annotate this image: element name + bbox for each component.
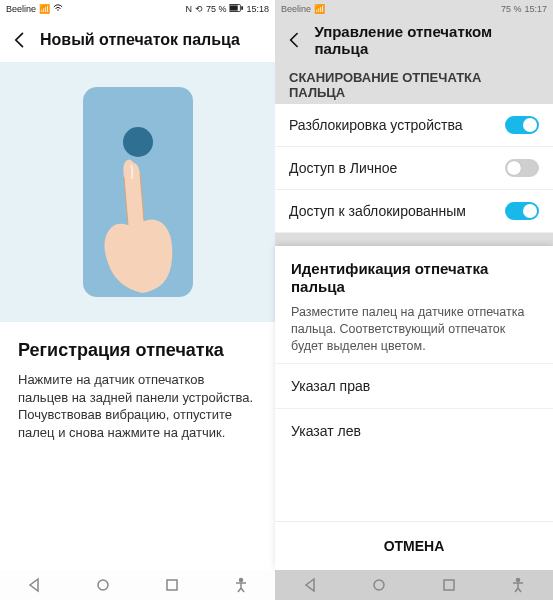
- status-bar: Beeline 📶 N ⟲ 75 % 15:18: [0, 0, 275, 18]
- rotate-icon: ⟲: [195, 5, 203, 14]
- nav-accessibility-icon[interactable]: [233, 577, 249, 593]
- svg-point-5: [239, 579, 242, 582]
- carrier-label: Beeline: [6, 5, 36, 14]
- nav-home-icon[interactable]: [371, 577, 387, 593]
- signal-icon: 📶: [39, 5, 50, 14]
- battery-text: 75 %: [206, 5, 227, 14]
- nav-back-icon[interactable]: [26, 577, 42, 593]
- battery-text: 75 %: [501, 5, 522, 14]
- fingerprint-sensor-icon: [123, 127, 153, 157]
- signal-icon: 📶: [314, 5, 325, 14]
- back-icon[interactable]: [10, 30, 30, 50]
- setting-unlock-device[interactable]: Разблокировка устройства: [275, 104, 553, 147]
- setting-label: Разблокировка устройства: [289, 117, 462, 134]
- nav-back-icon[interactable]: [302, 577, 318, 593]
- illustration: [0, 62, 275, 322]
- svg-point-6: [374, 580, 384, 590]
- setting-private-access[interactable]: Доступ в Личное: [275, 147, 553, 190]
- setting-label: Доступ в Личное: [289, 160, 397, 177]
- nav-bar: [275, 570, 553, 600]
- svg-rect-1: [230, 5, 238, 10]
- status-bar: Beeline 📶 75 % 15:17: [275, 0, 553, 18]
- clock-text: 15:18: [246, 5, 269, 14]
- svg-point-3: [98, 580, 108, 590]
- nfc-icon: N: [185, 5, 192, 14]
- dialog-option-right[interactable]: Указал прав: [275, 363, 553, 408]
- title-bar: Новый отпечаток пальца: [0, 18, 275, 62]
- battery-icon: [229, 4, 243, 14]
- screen-registration: Beeline 📶 N ⟲ 75 % 15:18 Новый отпечаток…: [0, 0, 275, 600]
- page-title: Новый отпечаток пальца: [40, 31, 240, 49]
- screen-management: Beeline 📶 75 % 15:17 Управление отпечатк…: [275, 0, 553, 600]
- svg-rect-2: [242, 6, 244, 10]
- svg-rect-7: [444, 580, 454, 590]
- setting-label: Доступ к заблокированным: [289, 203, 466, 220]
- registration-section: Регистрация отпечатка Нажмите на датчик …: [0, 322, 275, 451]
- dialog-option-left[interactable]: Указат лев: [275, 408, 553, 453]
- carrier-label: Beeline: [281, 5, 311, 14]
- title-bar: Управление отпечатком пальца: [275, 18, 553, 62]
- dialog-body: Разместите палец на датчике отпечатка па…: [291, 304, 537, 355]
- clock-text: 15:17: [524, 5, 547, 14]
- nav-accessibility-icon[interactable]: [510, 577, 526, 593]
- nav-recent-icon[interactable]: [164, 577, 180, 593]
- fingerprint-dialog: Идентификация отпечатка пальца Разместит…: [275, 246, 553, 570]
- dialog-title: Идентификация отпечатка пальца: [291, 260, 537, 296]
- svg-point-8: [517, 579, 520, 582]
- svg-rect-4: [167, 580, 177, 590]
- toggle-switch[interactable]: [505, 116, 539, 134]
- toggle-switch[interactable]: [505, 159, 539, 177]
- registration-title: Регистрация отпечатка: [18, 340, 257, 361]
- page-title: Управление отпечатком пальца: [314, 23, 543, 58]
- phone-illustration: [83, 87, 193, 297]
- finger-icon: [98, 155, 178, 295]
- nav-home-icon[interactable]: [95, 577, 111, 593]
- registration-body: Нажмите на датчик отпечатков пальцев на …: [18, 371, 257, 441]
- section-header: СКАНИРОВАНИЕ ОТПЕЧАТКА ПАЛЬЦА: [275, 62, 553, 104]
- dialog-cancel-button[interactable]: ОТМЕНА: [275, 521, 553, 570]
- nav-recent-icon[interactable]: [441, 577, 457, 593]
- nav-bar: [0, 570, 275, 600]
- wifi-icon: [53, 4, 63, 15]
- back-icon[interactable]: [285, 30, 304, 50]
- setting-locked-access[interactable]: Доступ к заблокированным: [275, 190, 553, 233]
- toggle-switch[interactable]: [505, 202, 539, 220]
